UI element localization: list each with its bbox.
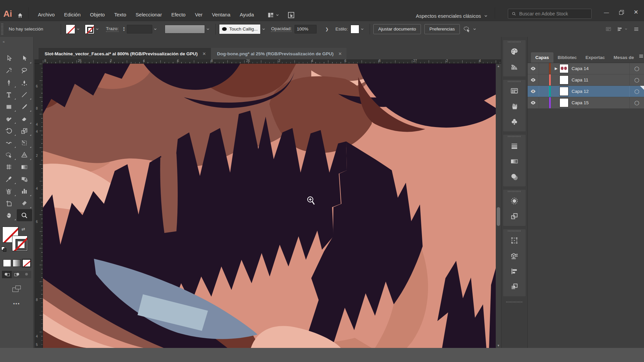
tool-free-transform[interactable]	[17, 137, 32, 149]
draw-behind-button[interactable]	[12, 271, 21, 278]
menu-efecto[interactable]: Efecto	[167, 10, 191, 19]
menu-texto[interactable]: Texto	[109, 10, 131, 19]
layer-thumbnail[interactable]	[559, 75, 569, 84]
panel-menu-icon[interactable]	[638, 53, 644, 63]
menu-objeto[interactable]: Objeto	[85, 10, 109, 19]
opacity-label[interactable]: Opacidad:	[271, 26, 292, 32]
visibility-eye-icon[interactable]	[528, 74, 539, 85]
opacity-expand-arrow[interactable]: ❯	[325, 27, 329, 32]
tab-bibliotecas[interactable]: Bibliotec	[553, 52, 581, 63]
stroke-weight-label[interactable]: Trazo:	[106, 26, 119, 32]
layer-row-capa15[interactable]: Capa 15 ◯	[528, 97, 644, 109]
color-button[interactable]	[3, 259, 11, 267]
layer-name[interactable]: Capa 12	[572, 89, 629, 94]
dock-drag-handle[interactable]	[508, 135, 521, 138]
align-panel-icon[interactable]	[503, 263, 526, 279]
target-circle-icon[interactable]: ◯	[629, 97, 644, 108]
isolate-selected-icon[interactable]	[463, 25, 477, 33]
tool-hand[interactable]	[1, 209, 17, 221]
layer-row-capa11[interactable]: Capa 11 ◯	[528, 74, 644, 86]
tool-eraser[interactable]	[17, 113, 32, 125]
graphic-style-swatch[interactable]	[351, 25, 359, 34]
tool-direct-selection[interactable]	[17, 52, 32, 64]
gradient-panel-icon[interactable]	[503, 154, 526, 169]
close-icon[interactable]: ✕	[202, 51, 206, 56]
lock-cell[interactable]	[539, 63, 549, 74]
fill-color-swatch[interactable]	[66, 24, 75, 34]
chevron-down-icon[interactable]	[95, 27, 99, 31]
target-circle-icon[interactable]: ◯	[629, 86, 644, 97]
3d-materials-panel-icon[interactable]	[503, 248, 526, 263]
arrange-documents-icon[interactable]	[267, 12, 279, 18]
canvas-viewport[interactable]	[43, 64, 496, 348]
visibility-eye-icon[interactable]	[528, 86, 539, 97]
lock-cell[interactable]	[539, 74, 549, 85]
tab-capas[interactable]: Capas	[531, 52, 553, 63]
brushes-panel-icon[interactable]	[503, 99, 526, 114]
transform-panel-icon[interactable]	[503, 233, 526, 248]
restore-button[interactable]	[614, 6, 628, 18]
tool-type[interactable]	[1, 88, 17, 101]
layer-row-capa12[interactable]: Capa 12 ◯	[528, 86, 644, 97]
none-button[interactable]	[22, 259, 31, 267]
tool-symbol-sprayer[interactable]	[1, 185, 17, 197]
panel-menu-icon[interactable]	[633, 26, 639, 32]
preferences-button[interactable]: Preferencias	[424, 24, 460, 34]
swatches-panel-icon[interactable]	[503, 83, 526, 99]
tab-mesas[interactable]: Mesas de	[609, 52, 638, 63]
target-circle-icon[interactable]: ◯	[629, 63, 644, 74]
tab-exportacion[interactable]: Exportac	[581, 52, 609, 63]
symbols-panel-icon[interactable]	[503, 114, 526, 129]
tab-slot-machine[interactable]: Slot-Machine_vector_Faces.ai* al 800% (R…	[39, 48, 211, 59]
stroke-panel-icon[interactable]	[503, 138, 526, 154]
close-button[interactable]: ✕	[629, 6, 643, 18]
opacity-field[interactable]: 100%	[294, 25, 317, 34]
brush-definition-dropdown[interactable]: Touch Callig...	[219, 24, 261, 34]
layer-name[interactable]: Capa 14	[572, 66, 629, 71]
tool-gradient[interactable]	[17, 161, 32, 173]
menu-ventana[interactable]: Ventana	[207, 10, 235, 19]
visibility-eye-icon[interactable]	[528, 97, 539, 108]
drag-handle[interactable]	[1, 23, 3, 35]
graphic-styles-panel-icon[interactable]	[503, 208, 526, 224]
target-circle-icon[interactable]: ◯	[629, 74, 644, 85]
transparency-panel-icon[interactable]	[503, 169, 526, 184]
tool-mesh[interactable]	[1, 161, 17, 173]
layer-thumbnail[interactable]	[559, 98, 569, 107]
dock-drag-handle[interactable]	[506, 300, 523, 304]
tool-eyedropper[interactable]	[1, 173, 17, 185]
layer-row-capa14[interactable]: ▶ Capa 14 ◯	[528, 63, 644, 74]
home-icon[interactable]	[17, 12, 23, 19]
tool-zoom[interactable]	[17, 209, 32, 221]
stroke-weight-stepper[interactable]: ▲▼	[123, 27, 125, 32]
chevron-down-icon[interactable]	[262, 27, 266, 31]
scroll-up-arrow[interactable]: ▲	[496, 64, 501, 68]
grid-icon[interactable]	[605, 26, 611, 32]
scrollbar-thumb[interactable]	[497, 207, 500, 226]
scroll-down-arrow[interactable]: ▼	[496, 343, 501, 348]
tool-perspective-grid[interactable]	[17, 149, 32, 161]
appearance-panel-icon[interactable]	[503, 193, 526, 208]
dock-drag-handle[interactable]	[508, 229, 521, 233]
menu-edicion[interactable]: Edición	[59, 10, 85, 19]
tool-curvature[interactable]	[17, 76, 32, 88]
tool-selection[interactable]	[1, 52, 17, 64]
close-icon[interactable]: ✕	[338, 51, 342, 56]
layer-thumbnail[interactable]	[559, 87, 569, 96]
minimize-button[interactable]: —	[600, 6, 613, 18]
tool-paintbrush[interactable]	[17, 101, 32, 113]
stroke-color-swatch[interactable]	[85, 24, 94, 34]
tab-dog-bone[interactable]: Dog-bone.png* al 25% (RGB/Previsualizaci…	[211, 48, 346, 59]
tool-width[interactable]	[1, 137, 17, 149]
layer-name[interactable]: Capa 11	[572, 77, 629, 82]
screen-mode-button[interactable]	[12, 286, 21, 292]
tool-rectangle[interactable]	[1, 101, 17, 113]
swap-fill-stroke-icon[interactable]: ⇄	[21, 227, 25, 232]
tool-pen[interactable]	[1, 76, 17, 88]
fit-document-button[interactable]: Ajustar documento	[373, 24, 421, 34]
tool-lasso[interactable]	[17, 64, 32, 76]
dock-drag-handle[interactable]	[508, 80, 521, 83]
dock-drag-handle[interactable]	[508, 40, 521, 44]
color-panel-icon[interactable]	[503, 44, 526, 59]
menu-ver[interactable]: Ver	[190, 10, 207, 19]
